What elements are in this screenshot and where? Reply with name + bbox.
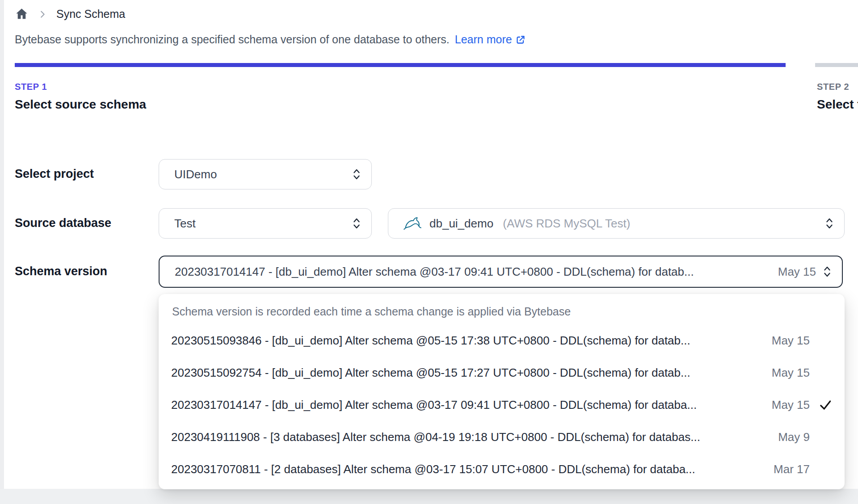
schema-version-option[interactable]: 20230317070811 - [2 databases] Alter sch… (159, 453, 845, 485)
option-date: May 15 (769, 398, 810, 412)
chevron-up-down-icon (824, 217, 834, 230)
option-text: 20230317070811 - [2 databases] Alter sch… (171, 462, 759, 476)
step-1: STEP 1 Select source schema (15, 82, 146, 112)
step-2: STEP 2 Select t (817, 82, 858, 112)
database-select[interactable]: db_ui_demo (AWS RDS MySQL Test) (388, 208, 845, 239)
step1-progress-bar (15, 63, 786, 67)
external-link-icon (515, 34, 526, 45)
left-edge-strip (0, 0, 4, 504)
schema-version-option[interactable]: 20230515092754 - [db_ui_demo] Alter sche… (159, 357, 845, 389)
sync-schema-page: Sync Schema Bytebase supports synchroniz… (0, 0, 858, 504)
mysql-dolphin-icon (404, 215, 421, 231)
learn-more-label: Learn more (455, 33, 512, 46)
database-select-value: db_ui_demo (AWS RDS MySQL Test) (429, 217, 818, 231)
schema-version-select-value: 20230317014147 - [db_ui_demo] Alter sche… (175, 265, 770, 279)
option-text: 20230515093846 - [db_ui_demo] Alter sche… (171, 334, 759, 348)
select-project-label: Select project (15, 167, 94, 181)
step-1-label: STEP 1 (15, 82, 146, 92)
page-title: Sync Schema (56, 8, 125, 21)
option-text: 20230419111908 - [3 databases] Alter sch… (171, 430, 759, 444)
option-date: May 9 (769, 430, 810, 444)
schema-version-label: Schema version (15, 265, 107, 278)
intro-text: Bytebase supports synchronizing a specif… (15, 33, 526, 46)
bottom-edge-strip (0, 489, 858, 504)
project-select-value: UIDemo (174, 168, 345, 181)
breadcrumb: Sync Schema (15, 7, 125, 21)
chevron-up-down-icon (822, 265, 832, 278)
check-icon (810, 398, 832, 412)
project-select[interactable]: UIDemo (159, 159, 372, 189)
chevron-up-down-icon (352, 217, 362, 230)
schema-version-select-date: May 15 (778, 265, 816, 279)
environment-select[interactable]: Test (159, 208, 372, 239)
schema-version-option-selected[interactable]: 20230317014147 - [db_ui_demo] Alter sche… (159, 389, 845, 421)
step-2-label: STEP 2 (817, 82, 858, 92)
option-date: May 15 (769, 334, 810, 348)
schema-version-option[interactable]: 20230515093846 - [db_ui_demo] Alter sche… (159, 324, 845, 357)
database-detail: (AWS RDS MySQL Test) (503, 217, 630, 230)
schema-version-option[interactable]: 20230419111908 - [3 databases] Alter sch… (159, 421, 845, 453)
source-database-label: Source database (15, 216, 111, 230)
database-name: db_ui_demo (429, 217, 493, 230)
schema-version-select[interactable]: 20230317014147 - [db_ui_demo] Alter sche… (159, 256, 843, 288)
dropdown-header: Schema version is recorded each time a s… (159, 298, 845, 324)
schema-version-dropdown: Schema version is recorded each time a s… (159, 294, 845, 489)
environment-select-value: Test (174, 217, 345, 231)
step-1-title: Select source schema (15, 97, 146, 112)
step2-progress-bar (815, 63, 858, 67)
option-text: 20230515092754 - [db_ui_demo] Alter sche… (171, 366, 759, 380)
option-date: May 15 (769, 366, 810, 380)
step-2-title: Select t (817, 97, 858, 112)
option-date: Mar 17 (769, 462, 810, 476)
intro-description: Bytebase supports synchronizing a specif… (15, 33, 450, 46)
chevron-up-down-icon (352, 168, 362, 181)
home-icon[interactable] (15, 7, 29, 21)
option-text: 20230317014147 - [db_ui_demo] Alter sche… (171, 398, 759, 412)
learn-more-link[interactable]: Learn more (455, 33, 526, 46)
breadcrumb-chevron-icon (38, 9, 47, 19)
